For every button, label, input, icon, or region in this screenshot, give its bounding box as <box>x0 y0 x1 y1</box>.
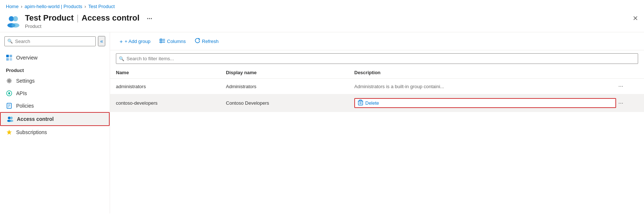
sidebar-item-overview[interactable]: Overview <box>0 51 110 64</box>
subscriptions-icon <box>6 129 12 136</box>
refresh-button[interactable]: Refresh <box>191 36 223 46</box>
apis-icon <box>6 90 12 97</box>
svg-rect-4 <box>6 55 9 57</box>
breadcrumb-home[interactable]: Home <box>6 4 19 9</box>
sidebar-item-subscriptions[interactable]: Subscriptions <box>0 126 110 138</box>
add-group-button[interactable]: + + Add group <box>116 36 154 46</box>
svg-point-14 <box>10 117 13 119</box>
col-display-name: Display name <box>226 70 354 75</box>
svg-rect-24 <box>359 100 362 101</box>
sidebar-item-policies[interactable]: Policies <box>0 100 110 112</box>
page-header: Test Product | Access control ··· Produc… <box>0 11 644 32</box>
columns-icon <box>159 38 165 44</box>
search-input[interactable] <box>4 36 96 46</box>
refresh-icon <box>195 38 200 44</box>
delete-label: Delete <box>365 100 379 106</box>
sidebar-item-label-access-control: Access control <box>17 116 54 122</box>
sidebar-item-label-policies: Policies <box>16 103 34 109</box>
collapse-button[interactable]: « <box>98 36 105 46</box>
table-row: administrators Administrators Administra… <box>110 79 644 94</box>
table-header: Name Display name Description <box>110 67 644 79</box>
header-text: Test Product | Access control ··· Produc… <box>25 13 152 29</box>
col-actions <box>616 70 638 75</box>
row-actions-2: ··· <box>616 99 638 107</box>
gear-icon <box>6 78 12 84</box>
search-wrap: 🔍 <box>4 36 96 46</box>
delete-button[interactable]: Delete <box>354 98 616 108</box>
product-icon <box>6 14 21 28</box>
trash-icon <box>358 100 363 107</box>
breadcrumb-current[interactable]: Test Product <box>88 4 115 9</box>
access-control-icon <box>7 116 13 122</box>
main-layout: 🔍 « Overview Product Settings <box>0 32 644 213</box>
data-table: Name Display name Description administra… <box>110 67 644 213</box>
sidebar-section-label: Product <box>0 64 110 75</box>
table-row: contoso-developers Contoso Developers <box>110 94 644 112</box>
page-section: Access control <box>82 13 140 23</box>
sidebar-item-label-apis: APIs <box>16 90 27 96</box>
svg-point-13 <box>8 117 11 119</box>
svg-rect-7 <box>10 58 12 61</box>
sidebar-item-label-settings: Settings <box>16 78 35 84</box>
sidebar: 🔍 « Overview Product Settings <box>0 32 110 213</box>
breadcrumb-apim[interactable]: apim-hello-world | Products <box>25 4 82 9</box>
svg-marker-17 <box>7 130 12 135</box>
row-more-button-1[interactable]: ··· <box>616 82 625 90</box>
sidebar-search-bar: 🔍 « <box>0 32 110 50</box>
overview-icon <box>6 54 12 61</box>
filter-bar: 🔍 <box>110 50 644 67</box>
row-name-2: contoso-developers <box>116 100 226 106</box>
svg-point-3 <box>11 23 19 28</box>
sidebar-item-label-subscriptions: Subscriptions <box>16 129 47 135</box>
sidebar-item-label-overview: Overview <box>16 55 37 61</box>
filter-input[interactable] <box>116 53 638 64</box>
col-description: Description <box>354 70 616 75</box>
columns-label: Columns <box>167 39 186 44</box>
svg-rect-6 <box>6 58 9 61</box>
policies-icon <box>6 102 12 109</box>
row-description-2: Delete <box>354 98 616 108</box>
row-more-button-2[interactable]: ··· <box>616 99 625 107</box>
sidebar-nav: Overview Product Settings APIs Polici <box>0 50 110 140</box>
svg-rect-5 <box>10 55 12 57</box>
sidebar-item-access-control[interactable]: Access control <box>0 112 110 126</box>
content-area: + + Add group Columns Refresh 🔍 <box>110 32 644 213</box>
col-name: Name <box>116 70 226 75</box>
page-title: Test Product <box>25 13 74 23</box>
row-description-1: Administrators is a built-in group conta… <box>354 84 616 89</box>
sidebar-item-apis[interactable]: APIs <box>0 87 110 100</box>
close-button[interactable]: ✕ <box>633 14 638 22</box>
row-display-name-1: Administrators <box>226 84 354 89</box>
columns-button[interactable]: Columns <box>155 36 189 46</box>
toolbar: + + Add group Columns Refresh <box>110 32 644 50</box>
plus-icon: + <box>120 38 123 44</box>
row-display-name-2: Contoso Developers <box>226 100 354 106</box>
search-icon: 🔍 <box>7 39 13 44</box>
filter-search-icon: 🔍 <box>119 56 124 61</box>
row-actions-1: ··· <box>616 82 638 90</box>
svg-point-16 <box>10 120 14 122</box>
header-more-btn[interactable]: ··· <box>147 15 152 23</box>
svg-point-1 <box>13 16 18 21</box>
row-name-1: administrators <box>116 84 226 89</box>
add-group-label: + Add group <box>125 39 150 44</box>
sidebar-item-settings[interactable]: Settings <box>0 75 110 87</box>
breadcrumb: Home › apim-hello-world | Products › Tes… <box>0 0 644 11</box>
header-subtitle: Product <box>25 24 152 29</box>
refresh-label: Refresh <box>202 39 219 44</box>
